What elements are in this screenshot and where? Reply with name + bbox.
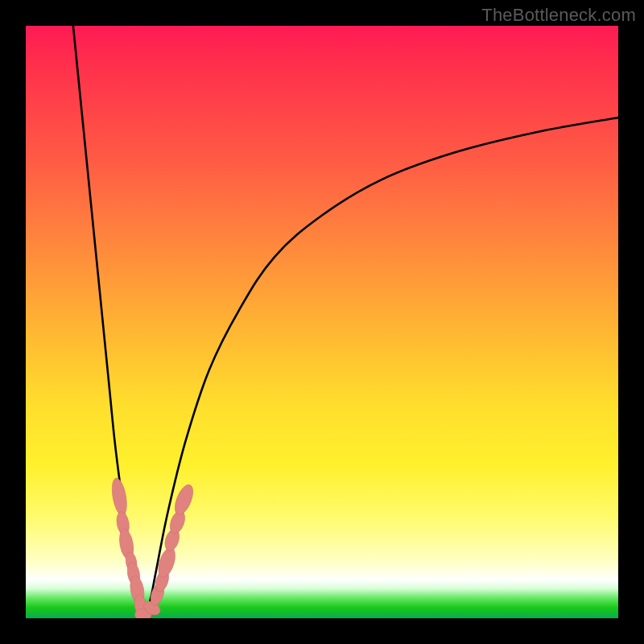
curve-right-branch [144, 118, 618, 618]
chart-stage: TheBottleneck.com [0, 0, 644, 644]
watermark-label: TheBottleneck.com [481, 5, 636, 26]
plot-area [26, 26, 618, 618]
data-marker [171, 482, 196, 517]
marker-group [109, 477, 196, 618]
data-marker [109, 477, 129, 517]
curve-left-branch [73, 26, 144, 618]
bottleneck-curve-svg [26, 26, 618, 618]
curve-group [73, 26, 618, 618]
